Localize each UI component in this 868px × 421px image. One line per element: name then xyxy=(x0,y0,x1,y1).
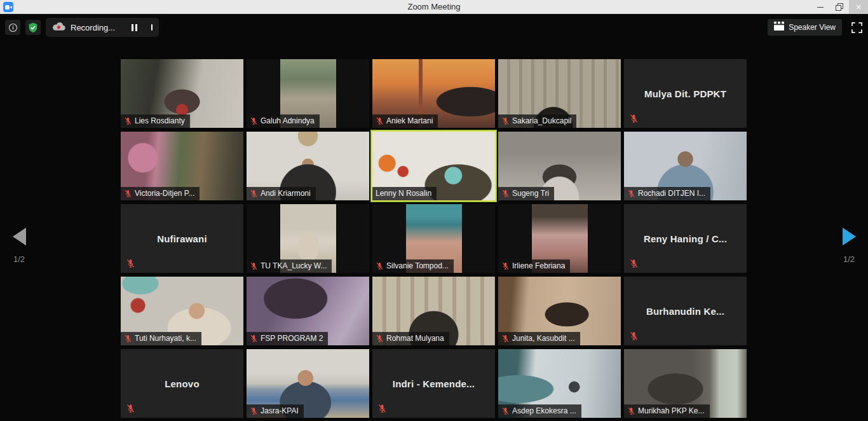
participant-name-centered: Reny Haning / C... xyxy=(624,204,747,273)
participant-tile[interactable]: Lenovo xyxy=(121,349,243,418)
participant-nameplate: Andi Kriarmoni xyxy=(247,187,316,200)
participant-tile[interactable]: Rochadi DITJEN I... xyxy=(624,132,747,200)
muted-mic-icon xyxy=(629,114,639,123)
participant-name: Silvanie Tompod... xyxy=(386,261,449,270)
participant-nameplate: Aniek Martani xyxy=(372,114,438,128)
participant-tile[interactable]: Murikhah PKP Ke... xyxy=(624,349,747,418)
participant-tile[interactable]: TU TKA_Lucky W... xyxy=(247,204,369,273)
speaker-view-label: Speaker View xyxy=(789,23,836,32)
muted-mic-icon xyxy=(627,190,635,198)
participant-tile[interactable]: Junita, Kasubdit ... xyxy=(498,277,621,345)
muted-mic-icon xyxy=(501,407,510,415)
close-icon[interactable]: ✕ xyxy=(849,0,868,14)
participant-nameplate: Lies Rosdianty xyxy=(121,114,190,128)
participant-tile[interactable]: Burhanudin Ke... xyxy=(624,277,747,345)
participant-name-centered: Indri - Kemende... xyxy=(372,349,495,418)
participant-name: Victoria-Ditjen P... xyxy=(135,189,194,198)
participant-tile[interactable]: Reny Haning / C... xyxy=(624,204,747,273)
muted-mic-icon xyxy=(250,262,258,270)
participant-tile[interactable]: Nufirawani xyxy=(121,204,243,273)
participant-name: Irliene Febriana xyxy=(512,261,565,270)
participant-name: Andi Kriarmoni xyxy=(261,189,311,198)
speaker-view-button[interactable]: Speaker View xyxy=(768,19,842,36)
participant-tile[interactable]: Asdep Ekokesra ... xyxy=(498,349,621,418)
participant-nameplate: Lenny N Rosalin xyxy=(372,187,437,200)
muted-mic-icon xyxy=(376,335,384,343)
participant-grid: Lies Rosdianty Galuh Adnindya xyxy=(121,59,747,418)
participant-tile[interactable]: Sakaria_Dukcapil xyxy=(498,59,621,128)
participant-name: Junita, Kasubdit ... xyxy=(512,334,575,343)
recording-cloud-icon xyxy=(52,22,65,34)
participant-nameplate: Sugeng Tri xyxy=(498,187,554,200)
muted-mic-icon xyxy=(126,404,135,413)
participant-name: Rohmat Mulyana xyxy=(386,334,444,343)
participant-tile[interactable]: Lies Rosdianty xyxy=(121,59,243,128)
participant-name: Galuh Adnindya xyxy=(261,116,315,125)
recording-control: Recording... xyxy=(46,18,159,37)
pause-recording-icon[interactable] xyxy=(132,24,137,31)
participant-name: Murikhah PKP Ke... xyxy=(638,406,705,415)
participant-tile[interactable]: Lenny N Rosalin xyxy=(372,132,495,200)
participant-tile[interactable]: Tuti Nurhayati, k... xyxy=(121,277,243,345)
participant-tile[interactable]: Indri - Kemende... xyxy=(372,349,495,418)
security-shield-icon[interactable] xyxy=(25,20,41,35)
participant-name-centered: Burhanudin Ke... xyxy=(624,277,747,345)
next-page-arrow-icon[interactable] xyxy=(843,228,856,245)
participant-tile[interactable]: Aniek Martani xyxy=(372,59,495,128)
participant-nameplate: Galuh Adnindya xyxy=(247,114,320,128)
muted-mic-icon xyxy=(126,259,135,268)
participant-nameplate: Rochadi DITJEN I... xyxy=(624,187,710,200)
muted-mic-icon xyxy=(124,335,132,343)
muted-mic-icon xyxy=(250,117,258,125)
page-indicator-left: 1/2 xyxy=(0,254,38,264)
muted-mic-icon xyxy=(376,262,384,270)
participant-name: Lenny N Rosalin xyxy=(376,189,431,198)
minimize-icon[interactable] xyxy=(811,0,830,14)
muted-mic-icon xyxy=(124,117,132,125)
participant-name: Asdep Ekokesra ... xyxy=(512,406,576,415)
participant-nameplate: Asdep Ekokesra ... xyxy=(498,404,581,418)
participant-name-centered: Mulya Dit. PDPKT xyxy=(624,59,747,128)
participant-nameplate: Tuti Nurhayati, k... xyxy=(121,332,201,345)
participant-name: Sugeng Tri xyxy=(512,189,549,198)
muted-mic-icon xyxy=(629,331,639,341)
muted-mic-icon xyxy=(501,190,510,198)
participant-name: TU TKA_Lucky W... xyxy=(261,261,327,270)
participant-tile[interactable]: Mulya Dit. PDPKT xyxy=(624,59,747,128)
muted-mic-icon xyxy=(376,117,384,125)
participant-name: Lies Rosdianty xyxy=(135,116,185,125)
participant-tile[interactable]: Sugeng Tri xyxy=(498,132,621,200)
fullscreen-icon[interactable] xyxy=(850,21,863,34)
participant-nameplate: FSP PROGRAM 2 xyxy=(247,332,328,345)
stop-recording-icon[interactable] xyxy=(151,24,153,31)
meeting-area: Recording... Speaker View 1/2 1/2 xyxy=(0,14,868,421)
participant-nameplate: TU TKA_Lucky W... xyxy=(247,259,332,273)
restore-icon[interactable] xyxy=(830,0,849,14)
participant-nameplate: Victoria-Ditjen P... xyxy=(121,187,200,200)
participant-tile[interactable]: Irliene Febriana xyxy=(498,204,621,273)
page-indicator-right: 1/2 xyxy=(830,254,868,264)
muted-mic-icon xyxy=(124,190,132,198)
participant-tile[interactable]: Silvanie Tompod... xyxy=(372,204,495,273)
participant-name: Rochadi DITJEN I... xyxy=(638,189,705,198)
participant-tile[interactable]: Victoria-Ditjen P... xyxy=(121,132,243,200)
info-icon[interactable] xyxy=(5,20,20,35)
participant-tile[interactable]: FSP PROGRAM 2 xyxy=(247,277,369,345)
participant-tile[interactable]: Galuh Adnindya xyxy=(247,59,369,128)
prev-page-arrow-icon[interactable] xyxy=(13,228,26,245)
participant-name: FSP PROGRAM 2 xyxy=(261,334,323,343)
participant-nameplate: Rohmat Mulyana xyxy=(372,332,449,345)
participant-name: Jasra-KPAI xyxy=(261,406,299,415)
participant-nameplate: Junita, Kasubdit ... xyxy=(498,332,580,345)
muted-mic-icon xyxy=(501,117,510,125)
prev-page-control: 1/2 xyxy=(0,228,38,264)
participant-tile[interactable]: Jasra-KPAI xyxy=(247,349,369,418)
participant-name: Sakaria_Dukcapil xyxy=(512,116,571,125)
participant-name-centered: Lenovo xyxy=(121,349,243,418)
muted-mic-icon xyxy=(250,335,258,343)
muted-mic-icon xyxy=(501,335,510,343)
participant-tile[interactable]: Andi Kriarmoni xyxy=(247,132,369,200)
titlebar: Zoom Meeting ✕ xyxy=(0,0,868,14)
participant-tile[interactable]: Rohmat Mulyana xyxy=(372,277,495,345)
muted-mic-icon xyxy=(377,404,387,413)
